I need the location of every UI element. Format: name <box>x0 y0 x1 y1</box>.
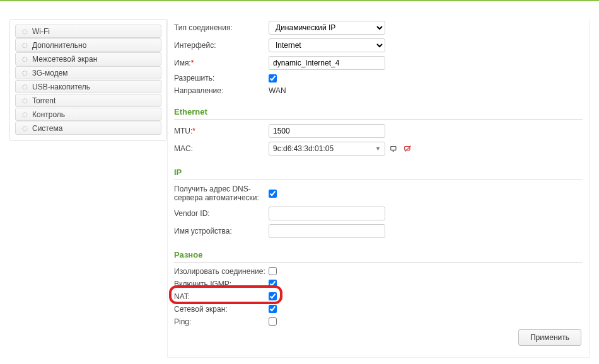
direction-value: WAN <box>269 86 286 95</box>
bullet-icon: ◌ <box>21 69 28 77</box>
section-misc: Разное <box>174 250 583 263</box>
sidebar-item-firewall[interactable]: ◌ Межсетевой экран <box>15 52 161 65</box>
label-mac: MAC: <box>174 144 269 153</box>
bullet-icon: ◌ <box>21 125 28 132</box>
clear-mac-icon[interactable] <box>403 144 413 154</box>
mac-value: 9c:d6:43:3d:01:05 <box>273 144 334 153</box>
sidebar-item-system[interactable]: ◌ Система <box>15 122 161 135</box>
sidebar-item-label: Wi-Fi <box>32 27 50 36</box>
allow-checkbox[interactable] <box>269 74 277 82</box>
label-allow: Разрешить: <box>174 74 269 82</box>
bullet-icon: ◌ <box>21 28 28 35</box>
igmp-checkbox[interactable] <box>269 280 277 288</box>
bullet-icon: ◌ <box>21 55 28 63</box>
label-vendor-id: Vendor ID: <box>174 209 269 218</box>
sidebar-item-label: Межсетевой экран <box>32 55 97 64</box>
dns-auto-checkbox[interactable] <box>269 190 277 198</box>
label-name: Имя:* <box>174 59 269 67</box>
nat-checkbox[interactable] <box>269 292 277 300</box>
sidebar-item-control[interactable]: ◌ Контроль <box>15 108 161 121</box>
label-ping: Ping: <box>174 317 269 326</box>
sidebar-panel: ◌ Wi-Fi ◌ Дополнительно ◌ Межсетевой экр… <box>9 19 167 141</box>
sidebar-item-advanced[interactable]: ◌ Дополнительно <box>15 38 161 52</box>
firewall-checkbox[interactable] <box>269 305 277 313</box>
svg-rect-0 <box>391 147 396 151</box>
sidebar-item-label: Torrent <box>32 96 55 105</box>
label-mtu: MTU:* <box>174 127 269 135</box>
mac-select[interactable]: 9c:d6:43:3d:01:05 ▼ <box>269 142 385 156</box>
bullet-icon: ◌ <box>21 42 28 49</box>
label-firewall: Сетевой экран: <box>174 305 269 314</box>
footer: Применить <box>518 329 581 346</box>
isolate-checkbox[interactable] <box>269 267 277 275</box>
section-ethernet: Ethernet <box>174 107 583 120</box>
conn-type-select[interactable]: Динамический IP <box>269 21 385 35</box>
label-direction: Направление: <box>174 86 269 95</box>
name-input[interactable] <box>269 56 385 70</box>
section-ip: IP <box>174 168 583 180</box>
clone-mac-icon[interactable] <box>389 144 399 154</box>
label-conn-type: Тип соединения: <box>174 23 269 32</box>
bullet-icon: ◌ <box>21 97 28 105</box>
sidebar-item-3g-modem[interactable]: ◌ 3G-модем <box>15 66 161 79</box>
label-isolate: Изолировать соединение: <box>174 267 269 276</box>
chevron-down-icon: ▼ <box>375 145 381 152</box>
nat-row: NAT: <box>174 290 583 303</box>
bullet-icon: ◌ <box>21 83 28 91</box>
bullet-icon: ◌ <box>21 111 28 118</box>
svg-rect-1 <box>393 151 394 152</box>
sidebar-item-wifi[interactable]: ◌ Wi-Fi <box>15 25 161 38</box>
apply-button[interactable]: Применить <box>518 329 581 346</box>
sidebar-item-label: Дополнительно <box>32 41 86 50</box>
mtu-input[interactable] <box>269 124 385 138</box>
label-nat: NAT: <box>174 292 269 301</box>
label-interface: Интерфейс: <box>174 41 269 50</box>
sidebar-item-label: USB-накопитель <box>32 82 90 91</box>
sidebar-item-label: 3G-модем <box>32 69 68 77</box>
sidebar-item-label: Система <box>32 124 62 133</box>
sidebar-item-usb-storage[interactable]: ◌ USB-накопитель <box>15 80 161 93</box>
sidebar-item-label: Контроль <box>32 110 65 119</box>
sidebar: ◌ Wi-Fi ◌ Дополнительно ◌ Межсетевой экр… <box>9 6 167 364</box>
vendor-id-input[interactable] <box>269 207 385 220</box>
sidebar-item-torrent[interactable]: ◌ Torrent <box>15 94 161 107</box>
content-pane: Тип соединения: Динамический IP Интерфей… <box>167 19 590 358</box>
label-device-name: Имя устройства: <box>174 227 269 236</box>
interface-select[interactable]: Internet <box>269 38 385 52</box>
ping-checkbox[interactable] <box>269 317 277 326</box>
label-igmp: Включить IGMP: <box>174 280 269 288</box>
label-dns-auto: Получить адрес DNS-сервера автоматически… <box>174 185 269 203</box>
device-name-input[interactable] <box>269 224 385 238</box>
